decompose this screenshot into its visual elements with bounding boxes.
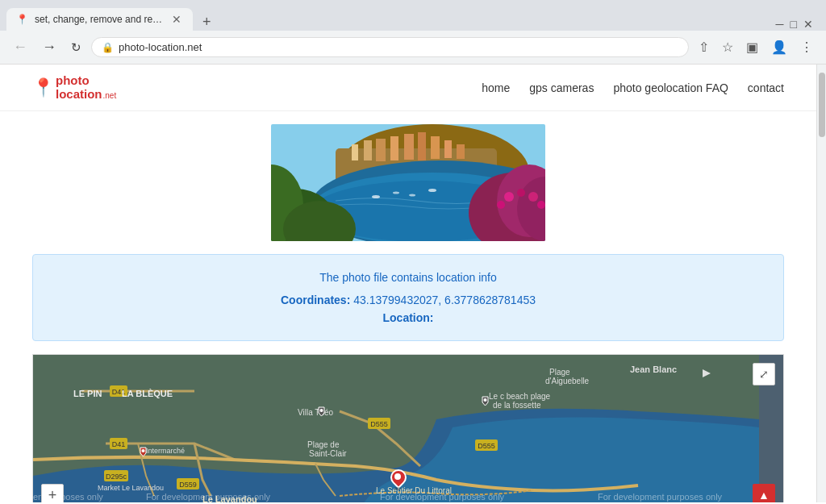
- menu-button[interactable]: ⋮: [795, 36, 818, 58]
- scrollbar[interactable]: [816, 65, 826, 502]
- address-bar[interactable]: 🔒 photo-location.net: [91, 37, 689, 57]
- svg-text:D41: D41: [112, 440, 126, 448]
- svg-point-26: [504, 192, 514, 202]
- svg-text:Le c beach plage: Le c beach plage: [489, 392, 551, 401]
- lock-icon: 🔒: [102, 42, 114, 53]
- url-text: photo-location.net: [119, 41, 678, 53]
- photo-section: [0, 111, 816, 241]
- content-area: 📍 photo location .net home gps cameras p…: [0, 65, 826, 502]
- nav-photo-geolocation-faq[interactable]: photo geolocation FAQ: [613, 81, 728, 94]
- svg-text:Jean Blanc: Jean Blanc: [630, 364, 677, 374]
- location-label: Location:: [383, 311, 434, 324]
- site-logo[interactable]: 📍 photo location .net: [32, 74, 116, 101]
- svg-text:D555: D555: [370, 420, 388, 428]
- bookmark-button[interactable]: ☆: [717, 36, 738, 58]
- logo-net-text: .net: [103, 91, 117, 100]
- info-contains-text: The photo file contains location info: [49, 271, 767, 284]
- svg-text:D295c: D295c: [106, 473, 127, 481]
- toolbar-actions: ⇧ ☆ ▣ 👤 ⋮: [694, 36, 818, 58]
- svg-point-25: [497, 201, 505, 209]
- svg-rect-9: [431, 136, 440, 159]
- svg-text:Plage de: Plage de: [307, 440, 340, 449]
- tab-favicon: 📍: [16, 14, 28, 25]
- svg-point-17: [409, 194, 415, 197]
- nav-gps-cameras[interactable]: gps cameras: [529, 81, 594, 94]
- svg-text:D559: D559: [179, 481, 197, 489]
- svg-rect-7: [404, 134, 414, 160]
- svg-point-18: [428, 189, 436, 192]
- svg-text:Intermarché: Intermarché: [146, 447, 185, 455]
- window-close-button[interactable]: ✕: [803, 18, 813, 31]
- logo-photo-text: photo: [56, 74, 90, 88]
- coordinates-value: 43.13799432027, 6.3778628781453: [353, 294, 536, 306]
- svg-rect-4: [364, 140, 372, 160]
- svg-rect-3: [352, 144, 358, 160]
- scroll-to-top-button[interactable]: ▲: [753, 484, 775, 502]
- nav-contact[interactable]: contact: [748, 81, 784, 94]
- svg-text:LE PIN: LE PIN: [73, 389, 102, 398]
- new-tab-button[interactable]: +: [196, 14, 218, 31]
- forward-button[interactable]: →: [37, 35, 61, 59]
- svg-point-28: [528, 192, 538, 202]
- location-info-box: The photo file contains location info Co…: [32, 254, 784, 341]
- svg-text:de la fossette: de la fossette: [493, 401, 541, 410]
- active-tab[interactable]: 📍 set, change, remove and reveal p ✕: [6, 8, 193, 31]
- map-content: D41 D41 D555 D555 D295c D559 LE PIN LA B…: [33, 355, 783, 502]
- svg-rect-10: [444, 140, 452, 158]
- tab-bar: 📍 set, change, remove and reveal p ✕ + ─…: [0, 0, 826, 31]
- toolbar-row: ← → ↻ 🔒 photo-location.net ⇧ ☆ ▣ 👤 ⋮: [0, 31, 826, 64]
- tab-close-button[interactable]: ✕: [170, 13, 183, 26]
- logo-location-text: location: [56, 88, 102, 102]
- svg-point-16: [393, 192, 399, 194]
- svg-text:LA BLÈQUE: LA BLÈQUE: [122, 389, 173, 398]
- svg-text:d'Aiguebelle: d'Aiguebelle: [545, 377, 590, 385]
- info-location: Location:: [49, 311, 767, 324]
- tab-title: set, change, remove and reveal p: [35, 14, 164, 25]
- window-maximize-button[interactable]: □: [791, 18, 797, 31]
- svg-point-29: [537, 201, 545, 209]
- svg-rect-5: [376, 139, 386, 161]
- svg-point-49: [484, 398, 487, 402]
- back-button[interactable]: ←: [8, 35, 32, 59]
- map-fullscreen-button[interactable]: ⤢: [753, 363, 775, 385]
- site-nav: home gps cameras photo geolocation FAQ c…: [482, 81, 784, 94]
- map-zoom-in-button[interactable]: +: [41, 484, 64, 502]
- logo-text: photo location .net: [56, 74, 116, 101]
- svg-text:For development purposes only: For development purposes only: [146, 492, 271, 502]
- svg-point-15: [372, 195, 380, 198]
- photo-container: [271, 124, 545, 241]
- nav-home[interactable]: home: [482, 81, 510, 94]
- split-view-button[interactable]: ▣: [741, 36, 763, 58]
- svg-rect-6: [390, 136, 398, 160]
- window-minimize-button[interactable]: ─: [776, 18, 784, 31]
- scrollbar-thumb[interactable]: [819, 73, 825, 137]
- svg-point-46: [320, 409, 323, 412]
- svg-text:D555: D555: [478, 442, 495, 450]
- profile-button[interactable]: 👤: [766, 36, 792, 58]
- svg-text:Plage: Plage: [549, 368, 570, 377]
- site-header: 📍 photo location .net home gps cameras p…: [0, 65, 816, 111]
- info-coordinates: Coordinates: 43.13799432027, 6.377862878…: [49, 294, 767, 306]
- browser-chrome: 📍 set, change, remove and reveal p ✕ + ─…: [0, 0, 826, 65]
- svg-text:For development purposes only: For development purposes only: [380, 492, 505, 502]
- svg-text:For development purposes only: For development purposes only: [598, 492, 723, 502]
- share-button[interactable]: ⇧: [694, 36, 714, 58]
- svg-text:Saint-Clair: Saint-Clair: [309, 449, 347, 458]
- coordinates-label: Coordinates:: [281, 294, 350, 306]
- uploaded-photo: [271, 124, 545, 241]
- map-location-pin: [390, 469, 407, 492]
- svg-text:Market Le Lavandou: Market Le Lavandou: [98, 484, 164, 492]
- svg-rect-8: [418, 132, 426, 160]
- main-content: 📍 photo location .net home gps cameras p…: [0, 65, 816, 502]
- logo-pin-icon: 📍: [32, 77, 54, 98]
- reload-button[interactable]: ↻: [66, 37, 86, 58]
- svg-text:Villa Théo: Villa Théo: [298, 408, 334, 417]
- map-section: D41 D41 D555 D555 D295c D559 LE PIN LA B…: [32, 354, 784, 502]
- svg-point-27: [517, 189, 525, 197]
- svg-point-53: [142, 449, 145, 452]
- svg-rect-11: [457, 144, 465, 159]
